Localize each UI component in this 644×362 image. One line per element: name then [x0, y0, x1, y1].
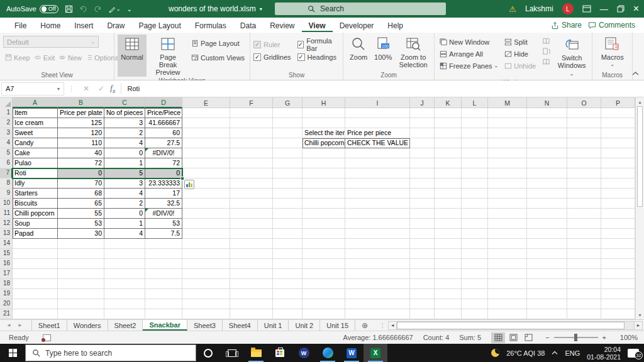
- word-button[interactable]: W: [340, 344, 364, 362]
- cell-J1[interactable]: [410, 108, 435, 118]
- cell-G7[interactable]: [273, 168, 303, 178]
- cell-K11[interactable]: [435, 209, 462, 219]
- redo-icon[interactable]: [94, 5, 102, 13]
- cell-I11[interactable]: [345, 209, 410, 219]
- microsoft-store-button[interactable]: [268, 344, 292, 362]
- cell-P8[interactable]: [601, 178, 635, 189]
- cell-C17[interactable]: [104, 269, 145, 279]
- cell-N13[interactable]: [527, 229, 567, 239]
- cell-O10[interactable]: [567, 199, 601, 209]
- cell-N2[interactable]: [527, 118, 567, 128]
- row-header-21[interactable]: 21: [0, 309, 13, 319]
- cell-D19[interactable]: [145, 289, 182, 299]
- cell-N20[interactable]: [527, 299, 567, 309]
- cell-N3[interactable]: [527, 128, 567, 138]
- cell-D13[interactable]: 7.5: [145, 229, 182, 239]
- clock[interactable]: 20:0401-08-2021: [587, 346, 621, 361]
- cell-J17[interactable]: [410, 269, 435, 279]
- cell-E1[interactable]: [182, 108, 230, 118]
- cell-A6[interactable]: Pulao: [13, 158, 58, 168]
- cell-C3[interactable]: 2: [104, 128, 145, 138]
- exit-button[interactable]: Exit: [32, 52, 57, 63]
- cell-E9[interactable]: [182, 189, 230, 199]
- row-header-4[interactable]: 4: [0, 138, 13, 148]
- sheet-nav-left-icon[interactable]: ◄: [6, 322, 11, 328]
- status-normal-view-icon[interactable]: [491, 332, 505, 343]
- cell-J19[interactable]: [410, 289, 435, 299]
- cell-K10[interactable]: [435, 199, 462, 209]
- warning-icon[interactable]: ⚠: [509, 4, 516, 14]
- cell-O8[interactable]: [567, 178, 601, 189]
- cell-G13[interactable]: [273, 229, 303, 239]
- cell-D2[interactable]: 41.666667: [145, 118, 182, 128]
- confirm-entry-icon[interactable]: ✓: [94, 84, 109, 93]
- cell-P19[interactable]: [601, 289, 635, 299]
- tab-home[interactable]: Home: [33, 19, 67, 32]
- cell-A8[interactable]: Idly: [13, 178, 58, 189]
- tab-formulas[interactable]: Formulas: [188, 19, 233, 32]
- weather-text[interactable]: 26°C AQI 38: [506, 349, 545, 357]
- cell-L19[interactable]: [462, 289, 488, 299]
- view-side-by-side-icon[interactable]: [542, 37, 550, 45]
- cell-D11[interactable]: #DIV/0!: [145, 209, 182, 219]
- cell-G19[interactable]: [273, 289, 303, 299]
- cell-B8[interactable]: 70: [58, 178, 104, 189]
- cell-A3[interactable]: Sweet: [13, 128, 58, 138]
- quick-analysis-button[interactable]: [184, 180, 194, 189]
- cell-C7[interactable]: 5: [104, 168, 145, 178]
- cell-A12[interactable]: Soup: [13, 219, 58, 229]
- cell-B12[interactable]: 53: [58, 219, 104, 229]
- cell-N12[interactable]: [527, 219, 567, 229]
- cell-M11[interactable]: [488, 209, 527, 219]
- cell-C13[interactable]: 4: [104, 229, 145, 239]
- row-header-20[interactable]: 20: [0, 299, 13, 309]
- zoom-to-selection-button[interactable]: Zoom to Selection: [396, 35, 431, 71]
- cell-A2[interactable]: Ice cream: [13, 118, 58, 128]
- cell-H18[interactable]: [303, 279, 345, 289]
- cell-J21[interactable]: [410, 309, 435, 319]
- column-header-I[interactable]: I: [345, 97, 410, 108]
- cell-B14[interactable]: [58, 239, 104, 249]
- cell-N19[interactable]: [527, 289, 567, 299]
- cell-K19[interactable]: [435, 289, 462, 299]
- cell-D16[interactable]: [145, 259, 182, 269]
- cell-F3[interactable]: [230, 128, 273, 138]
- cell-N15[interactable]: [527, 249, 567, 259]
- scroll-down-icon[interactable]: ▾: [636, 312, 644, 318]
- custom-views-button[interactable]: Custom Views: [189, 52, 247, 63]
- cell-I20[interactable]: [345, 299, 410, 309]
- tab-review[interactable]: Review: [263, 19, 301, 32]
- switch-windows-button[interactable]: Switch Windows ⌄: [555, 36, 589, 79]
- file-explorer-button[interactable]: [244, 344, 268, 362]
- cell-I5[interactable]: [345, 148, 410, 158]
- cell-B15[interactable]: [58, 249, 104, 259]
- ink-pen-icon[interactable]: ⌄: [108, 5, 121, 13]
- cell-G17[interactable]: [273, 269, 303, 279]
- cell-N5[interactable]: [527, 148, 567, 158]
- cell-G5[interactable]: [273, 148, 303, 158]
- horizontal-scroll-thumb[interactable]: [397, 322, 625, 329]
- cell-E11[interactable]: [182, 209, 230, 219]
- cell-C5[interactable]: 0: [104, 148, 145, 158]
- gridlines-checkbox[interactable]: ✓Gridlines: [253, 51, 291, 63]
- cell-F5[interactable]: [230, 148, 273, 158]
- new-sheet-button[interactable]: ⊕: [355, 320, 374, 331]
- save-icon[interactable]: [65, 5, 73, 13]
- cell-J9[interactable]: [410, 189, 435, 199]
- cell-B7[interactable]: 0: [58, 168, 104, 178]
- user-name[interactable]: Lakshmi: [525, 4, 553, 13]
- cell-O1[interactable]: [567, 108, 601, 118]
- cell-J6[interactable]: [410, 158, 435, 168]
- cell-C18[interactable]: [104, 279, 145, 289]
- column-header-C[interactable]: C: [104, 97, 145, 108]
- row-header-16[interactable]: 16: [0, 259, 13, 269]
- cell-A13[interactable]: Papad: [13, 229, 58, 239]
- cell-B4[interactable]: 110: [58, 138, 104, 148]
- collapse-ribbon-icon[interactable]: [632, 71, 639, 76]
- cell-H15[interactable]: [303, 249, 345, 259]
- cell-B2[interactable]: 125: [58, 118, 104, 128]
- cell-O13[interactable]: [567, 229, 601, 239]
- cell-J3[interactable]: [410, 128, 435, 138]
- cell-M7[interactable]: [488, 168, 527, 178]
- row-header-10[interactable]: 10: [0, 199, 13, 209]
